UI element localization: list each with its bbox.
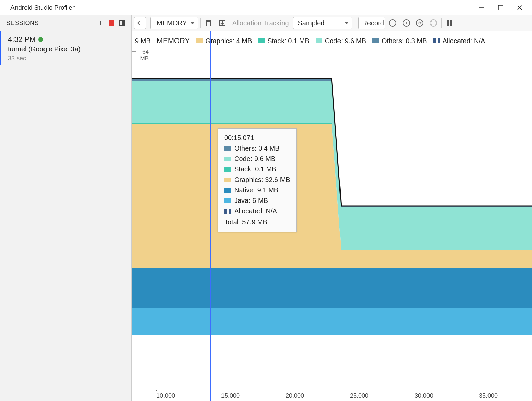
svg-marker-12: [132, 308, 532, 335]
delete-button[interactable]: [203, 17, 215, 29]
profiler-main: MEMORY Allocation Tracking Sampled Recor…: [132, 15, 532, 401]
allocation-tracking-select[interactable]: Sampled: [293, 17, 353, 29]
session-active-dot-icon: [38, 37, 43, 42]
profiler-type-dropdown[interactable]: MEMORY: [150, 17, 198, 29]
import-button[interactable]: [216, 17, 228, 29]
close-button[interactable]: [510, 2, 529, 13]
sessions-label: SESSIONS: [6, 20, 39, 27]
minimize-button[interactable]: [472, 2, 491, 13]
maximize-button[interactable]: [491, 2, 510, 13]
tooltip-time: 00:15.071: [224, 134, 290, 142]
chevron-down-icon: [345, 22, 349, 24]
chart-svg: [132, 31, 532, 385]
toggle-panel-button[interactable]: [117, 18, 127, 28]
session-device: tunnel (Google Pixel 3a): [8, 45, 125, 53]
add-session-button[interactable]: [95, 18, 106, 28]
chart-xaxis: 10.000 15.000 20.000 25.000 30.000 35.00…: [132, 391, 532, 401]
svg-rect-7: [207, 21, 211, 26]
svg-marker-13: [132, 268, 532, 308]
session-time: 4:32 PM: [8, 35, 125, 44]
sessions-header: SESSIONS: [0, 15, 131, 31]
stop-session-button[interactable]: [106, 18, 117, 28]
allocation-tracking-label: Allocation Tracking: [230, 19, 292, 27]
zoom-out-button[interactable]: −: [387, 17, 399, 29]
session-elapsed: 33 sec: [8, 55, 125, 62]
pause-live-button[interactable]: [444, 17, 456, 29]
svg-rect-1: [498, 5, 503, 10]
profiler-toolbar: MEMORY Allocation Tracking Sampled Recor…: [132, 15, 532, 31]
hover-tooltip: 00:15.071 Others: 0.4 MB Code: 9.6 MB St…: [218, 128, 297, 232]
session-item[interactable]: 4:32 PM tunnel (Google Pixel 3a) 33 sec: [0, 31, 131, 65]
window-title: Android Studio Profiler: [10, 4, 75, 11]
zoom-fit-button[interactable]: ⛶: [427, 17, 439, 29]
timeline-cursor[interactable]: [210, 31, 211, 401]
record-button[interactable]: Record: [358, 17, 385, 29]
back-button[interactable]: [134, 17, 146, 29]
sessions-panel: SESSIONS 4:32 PM tunnel (Google Pixel 3a…: [0, 15, 132, 401]
memory-chart[interactable]: : 9 MB MEMORY Graphics: 4 MB Stack: 0.1 …: [132, 31, 532, 401]
chevron-down-icon: [190, 22, 195, 24]
window: Android Studio Profiler SESSIONS 4:32 PM…: [0, 0, 532, 401]
zoom-in-button[interactable]: +: [400, 17, 412, 29]
titlebar: Android Studio Profiler: [0, 0, 532, 15]
zoom-reset-button[interactable]: ⟳: [414, 17, 426, 29]
